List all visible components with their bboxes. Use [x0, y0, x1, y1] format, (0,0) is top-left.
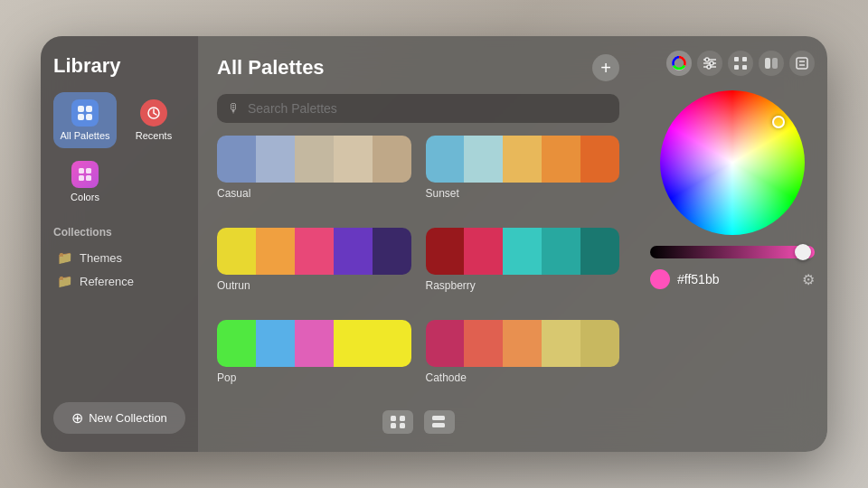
swatch: [217, 228, 256, 275]
svg-rect-7: [79, 175, 84, 181]
swatch: [503, 136, 542, 183]
swatch: [542, 136, 580, 183]
collection-themes[interactable]: 📁 Themes: [53, 246, 185, 269]
svg-rect-1: [86, 106, 92, 112]
palette-cathode[interactable]: Cathode: [426, 320, 620, 399]
palette-pop[interactable]: Pop: [217, 320, 411, 399]
reference-label: Reference: [80, 275, 134, 288]
settings-icon[interactable]: ⚙: [802, 271, 815, 288]
colors-label: Colors: [71, 192, 99, 202]
svg-rect-3: [86, 114, 92, 120]
swatch: [295, 320, 334, 367]
sidebar-title: Library: [53, 54, 185, 78]
swatch: [426, 320, 465, 367]
swatch: [295, 228, 334, 275]
swatch: [373, 228, 411, 275]
palette-casual[interactable]: Casual: [217, 136, 411, 215]
main-header: All Palettes +: [217, 54, 619, 81]
themes-label: Themes: [80, 251, 122, 265]
swatch-tab[interactable]: [759, 51, 784, 76]
swatch: [217, 136, 256, 183]
svg-rect-12: [400, 423, 405, 428]
svg-rect-14: [432, 423, 445, 427]
svg-rect-25: [742, 65, 747, 70]
brightness-slider[interactable]: [650, 246, 815, 258]
grid-tab[interactable]: [728, 51, 753, 76]
color-wheel[interactable]: [660, 90, 805, 235]
nav-item-all-palettes[interactable]: All Palettes: [53, 92, 117, 148]
svg-rect-0: [78, 106, 84, 112]
search-icon: 🎙: [228, 101, 241, 116]
main-content: All Palettes + 🎙 Casual: [199, 36, 637, 452]
color-wheel-tab[interactable]: [666, 51, 692, 76]
swatch: [580, 228, 619, 275]
palette-name-raspberry: Raspberry: [426, 279, 620, 292]
new-collection-button[interactable]: ⊕ New Collection: [53, 402, 185, 434]
svg-rect-8: [86, 175, 91, 181]
swatch: [334, 320, 373, 367]
palette-name-outrun: Outrun: [217, 279, 411, 292]
swatch: [542, 320, 580, 367]
grid-view-1-button[interactable]: [382, 410, 413, 434]
recents-icon: [140, 99, 167, 127]
palette-name-sunset: Sunset: [426, 187, 620, 200]
main-title: All Palettes: [217, 56, 325, 80]
svg-rect-24: [734, 65, 739, 70]
svg-rect-10: [400, 416, 405, 421]
wheel-cursor: [772, 116, 785, 128]
swatch: [426, 228, 465, 275]
svg-rect-11: [391, 423, 396, 428]
palette-outrun[interactable]: Outrun: [217, 228, 411, 307]
collection-reference[interactable]: 📁 Reference: [53, 269, 185, 293]
add-button[interactable]: +: [592, 54, 619, 81]
all-palettes-icon: [71, 99, 99, 127]
svg-rect-13: [432, 416, 445, 420]
new-collection-label: New Collection: [89, 411, 167, 425]
svg-point-19: [705, 58, 709, 61]
svg-rect-26: [765, 58, 770, 69]
palettes-grid: Casual Sunset: [217, 136, 619, 399]
sidebar-nav: All Palettes Recents: [53, 92, 185, 210]
search-input[interactable]: [248, 101, 609, 116]
bottom-bar: [217, 403, 619, 434]
sidebar: Library All Palettes: [41, 36, 199, 452]
swatch: [217, 320, 256, 367]
swatch: [256, 320, 295, 367]
swatch: [256, 228, 295, 275]
plus-circle-icon: ⊕: [71, 409, 83, 427]
palette-sunset[interactable]: Sunset: [426, 136, 620, 215]
color-wheel-container[interactable]: [660, 90, 805, 235]
collections-section: Collections 📁 Themes 📁 Reference: [53, 226, 185, 391]
grid-view-2-button[interactable]: [424, 410, 455, 434]
folder-icon-reference: 📁: [57, 274, 72, 288]
swatch: [426, 136, 465, 183]
svg-rect-5: [79, 168, 84, 174]
nav-item-colors[interactable]: Colors: [53, 154, 117, 210]
palette-swatches-cathode: [426, 320, 620, 367]
svg-rect-27: [772, 58, 778, 69]
colors-icon: [71, 161, 99, 188]
svg-point-21: [707, 65, 711, 69]
sliders-tab[interactable]: [697, 51, 722, 76]
palette-name-casual: Casual: [217, 187, 411, 200]
app-window: Library All Palettes: [41, 36, 827, 452]
folder-icon-themes: 📁: [57, 250, 72, 265]
more-tab[interactable]: [789, 51, 815, 76]
recents-label: Recents: [136, 130, 172, 141]
palette-swatches-pop: [217, 320, 411, 367]
color-hex-value[interactable]: #ff51bb: [677, 272, 795, 286]
swatch: [503, 228, 542, 275]
swatch: [580, 136, 619, 183]
swatch: [295, 136, 334, 183]
palette-name-cathode: Cathode: [426, 371, 620, 384]
swatch: [542, 228, 580, 275]
palette-swatches-sunset: [426, 136, 620, 183]
color-value-row: #ff51bb ⚙: [650, 269, 815, 289]
swatch: [373, 320, 411, 367]
swatch: [580, 320, 619, 367]
palette-raspberry[interactable]: Raspberry: [426, 228, 620, 307]
svg-rect-9: [391, 416, 396, 421]
nav-item-recents[interactable]: Recents: [122, 92, 185, 148]
collections-title: Collections: [53, 226, 185, 239]
swatch: [464, 228, 503, 275]
